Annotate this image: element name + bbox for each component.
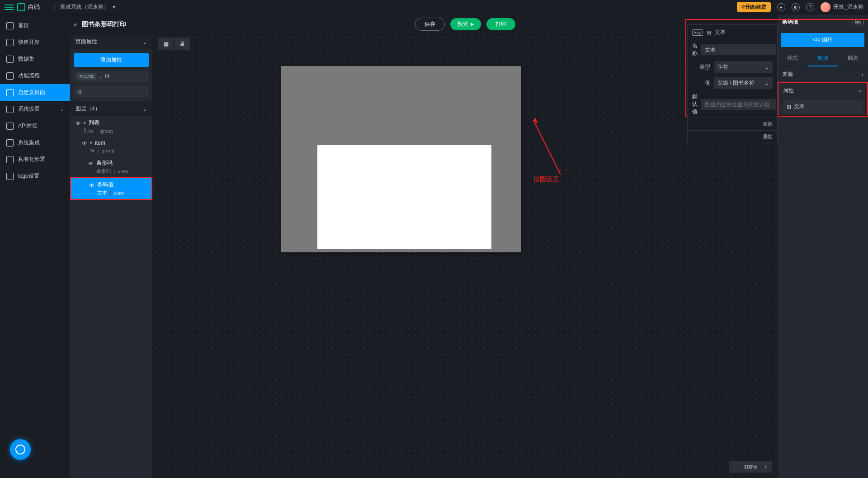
attr-input-row[interactable]: id bbox=[74, 86, 149, 98]
type-label: 类型 bbox=[692, 63, 710, 71]
page-title: 图书条形码打印 bbox=[82, 20, 126, 28]
nav-api[interactable]: API对接 bbox=[0, 118, 70, 134]
right-panel: 条码值 key </> 编程 样式 数据 触发 来源 › 属性 ⌄ ⊞ bbox=[778, 14, 868, 478]
chevron-down-icon: ⌄ bbox=[60, 107, 64, 112]
list-icon bbox=[6, 56, 14, 63]
popup-title: 文本 bbox=[715, 28, 726, 36]
secondary-panel: « 图书条形码打印 页面属性 ⌄ 添加属性 ROUTE ⌄ id id 图层（4… bbox=[70, 14, 152, 478]
chevron-down-icon: ⌄ bbox=[858, 87, 863, 95]
key-badge-icon: key bbox=[853, 19, 863, 25]
route-badge: ROUTE bbox=[77, 73, 96, 80]
cloud-icon[interactable]: ◐ bbox=[792, 3, 800, 11]
attr-route-row[interactable]: ROUTE ⌄ id bbox=[74, 71, 149, 82]
chevron-down-icon: ⌄ bbox=[764, 64, 769, 71]
user-menu[interactable]: 开发_温永将 bbox=[821, 2, 863, 12]
attr-text-item[interactable]: ⊞ 文本 bbox=[783, 100, 863, 113]
tab-trigger[interactable]: 触发 bbox=[838, 51, 868, 66]
nav-quickdev[interactable]: 快速开发 bbox=[0, 34, 70, 51]
text-config-popup: key ⊞ 文本 名称 类型 字符⌄ 值 父级 / 图书名称⌄ 默认值 来源 属… bbox=[687, 24, 778, 143]
default-input[interactable] bbox=[701, 99, 776, 110]
white-content-area[interactable] bbox=[317, 145, 491, 249]
help-icon[interactable]: ? bbox=[806, 3, 814, 11]
triangle-icon: ▾ bbox=[84, 121, 86, 125]
value-label: 值 bbox=[692, 79, 710, 87]
upgrade-button[interactable]: ©升级/续费 bbox=[737, 2, 771, 12]
eye-icon: 👁 bbox=[89, 182, 94, 188]
layers-header[interactable]: 图层（4） ⌄ bbox=[70, 101, 152, 116]
system-name: 测试系统（温永将） bbox=[60, 3, 109, 11]
api-icon bbox=[6, 123, 14, 130]
cube-icon bbox=[6, 39, 14, 46]
layer-barcode-value[interactable]: 👁条码值 文本|view bbox=[70, 177, 152, 200]
gear-icon bbox=[6, 106, 14, 113]
mini-attr: 属性 bbox=[763, 134, 773, 139]
nav-integration[interactable]: 系统集成 bbox=[0, 134, 70, 151]
print-button[interactable]: 打印 bbox=[486, 18, 515, 30]
code-button[interactable]: </> 编程 bbox=[781, 33, 864, 47]
system-selector[interactable]: 测试系统（温永将） ▼ bbox=[60, 3, 116, 11]
caret-down-icon: ▼ bbox=[112, 5, 116, 9]
tab-style[interactable]: 样式 bbox=[778, 51, 808, 66]
bulb-icon bbox=[15, 445, 25, 454]
zoom-level: 100% bbox=[741, 464, 760, 469]
user-name: 开发_温永将 bbox=[833, 3, 863, 11]
page-icon bbox=[6, 89, 14, 96]
zoom-out-button[interactable]: − bbox=[729, 461, 741, 473]
logo-setting-icon bbox=[6, 173, 14, 180]
nav-private[interactable]: 私有化部署 bbox=[0, 151, 70, 168]
brand-text: 白码 bbox=[28, 3, 40, 11]
chevron-down-icon: ⌄ bbox=[142, 106, 147, 112]
zoom-in-button[interactable]: + bbox=[760, 461, 772, 473]
eye-icon: 👁 bbox=[88, 161, 94, 166]
fab-button[interactable] bbox=[10, 439, 31, 460]
nav-settings[interactable]: 系统设置⌄ bbox=[0, 101, 70, 118]
name-input[interactable] bbox=[701, 44, 776, 55]
play-icon bbox=[471, 23, 474, 26]
artboard[interactable] bbox=[281, 66, 521, 252]
mini-source: 来源 bbox=[763, 121, 773, 127]
flow-icon bbox=[6, 72, 14, 80]
canvas-area: 保存 预览 打印 ▦ 🖶 − 100% + bbox=[152, 14, 778, 478]
chevron-down-icon: ⌄ bbox=[764, 80, 769, 86]
name-label: 名称 bbox=[692, 42, 698, 57]
layer-barcode[interactable]: 👁条形码 条形码|view bbox=[70, 156, 152, 177]
tab-data[interactable]: 数据 bbox=[808, 51, 838, 66]
back-button[interactable]: « bbox=[74, 21, 77, 28]
attr-header[interactable]: 属性 ⌄ bbox=[778, 83, 867, 98]
chevron-right-icon: › bbox=[862, 71, 863, 78]
nav-dataset[interactable]: 数据集 bbox=[0, 51, 70, 67]
text-icon: ⊞ bbox=[707, 29, 711, 36]
value-select[interactable]: 父级 / 图书名称⌄ bbox=[714, 77, 773, 89]
eye-icon: 👁 bbox=[82, 140, 87, 146]
avatar-icon bbox=[821, 2, 830, 12]
play-icon[interactable]: ▸ bbox=[777, 3, 785, 11]
key-badge-icon: key bbox=[692, 29, 703, 36]
text-icon: ⊞ bbox=[787, 104, 791, 110]
chevron-down-icon: ⌄ bbox=[142, 39, 147, 45]
eye-icon: 👁 bbox=[75, 120, 81, 126]
home-icon bbox=[6, 22, 14, 29]
logo-mark-icon bbox=[17, 3, 25, 11]
toolbar: 保存 预览 打印 bbox=[152, 14, 778, 34]
layer-list[interactable]: 👁▾列表 列表|group bbox=[70, 116, 152, 137]
preview-button[interactable]: 预览 bbox=[450, 18, 481, 30]
nav-home[interactable]: 首页 bbox=[0, 17, 70, 34]
layer-item[interactable]: 👁▾item 块|group bbox=[70, 137, 152, 156]
source-section[interactable]: 来源 › bbox=[778, 67, 868, 82]
page-attr-header[interactable]: 页面属性 ⌄ bbox=[70, 34, 152, 49]
type-select[interactable]: 字符⌄ bbox=[714, 61, 773, 73]
logo[interactable]: 白码 bbox=[17, 3, 40, 11]
page-titlebar: « 图书条形码打印 bbox=[70, 14, 152, 34]
attr-section: 属性 ⌄ ⊞ 文本 bbox=[778, 82, 868, 116]
save-button[interactable]: 保存 bbox=[415, 18, 445, 31]
rp-tabs: 样式 数据 触发 bbox=[778, 51, 868, 67]
add-attr-button[interactable]: 添加属性 bbox=[74, 53, 149, 67]
nav-flow[interactable]: 功能流程 bbox=[0, 67, 70, 84]
layers-icon bbox=[6, 139, 14, 147]
attr-name: id bbox=[105, 73, 109, 80]
attr-id: id bbox=[77, 89, 81, 95]
nav-logo[interactable]: logo设置 bbox=[0, 168, 70, 185]
nav-custom-page[interactable]: 自定义页面 bbox=[0, 84, 70, 101]
menu-icon[interactable] bbox=[5, 3, 14, 12]
default-label: 默认值 bbox=[692, 93, 698, 116]
